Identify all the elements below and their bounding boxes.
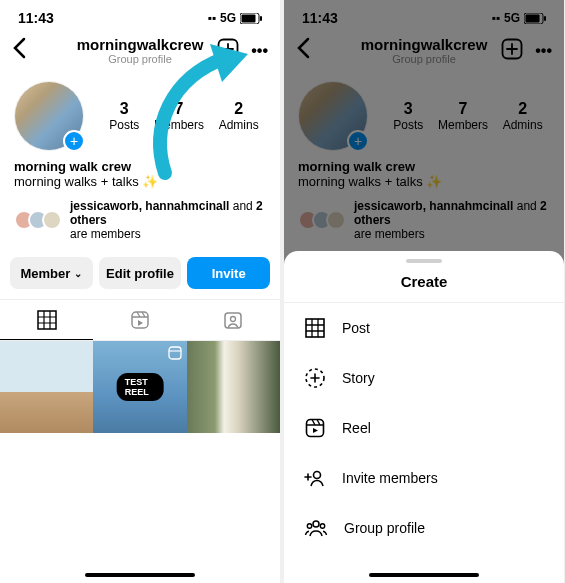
sheet-item-post[interactable]: Post	[284, 303, 564, 353]
stat-posts[interactable]: 3 Posts	[109, 100, 139, 132]
page-header: morningwalkcrew Group profile •••	[284, 32, 564, 73]
profile-subtitle: Group profile	[361, 53, 488, 65]
create-sheet: Create Post Story Reel Invite members Gr…	[284, 251, 564, 583]
member-button[interactable]: Member⌄	[10, 257, 93, 289]
page-header: morningwalkcrew Group profile •••	[0, 32, 280, 73]
story-icon	[304, 367, 326, 389]
profile-title: morningwalkcrew	[361, 36, 488, 53]
add-story-icon[interactable]: +	[63, 130, 85, 152]
create-button[interactable]	[217, 38, 239, 64]
profile-title: morningwalkcrew	[77, 36, 204, 53]
post-thumb-3[interactable]	[187, 341, 280, 433]
svg-rect-10	[526, 14, 540, 22]
tab-tagged[interactable]	[187, 300, 280, 340]
stat-admins[interactable]: 2Admins	[503, 100, 543, 132]
content-tabs	[0, 299, 280, 341]
post-thumb-2[interactable]: TEST REEL	[93, 341, 186, 433]
bio: morning walk crew morning walks + talks …	[284, 155, 564, 193]
battery-icon	[240, 13, 262, 24]
members-row[interactable]: jessicaworb, hannahmcinall and 2 others …	[0, 193, 280, 247]
svg-rect-19	[307, 420, 324, 437]
post-grid: TEST REEL	[0, 341, 280, 433]
tab-grid[interactable]	[0, 300, 93, 340]
edit-profile-button[interactable]: Edit profile	[99, 257, 182, 289]
reel-badge: TEST REEL	[117, 373, 164, 401]
time: 11:43	[18, 10, 54, 26]
svg-rect-1	[242, 14, 256, 22]
reel-icon	[304, 417, 326, 439]
reels-icon	[130, 310, 150, 330]
svg-rect-5	[132, 312, 148, 328]
sheet-item-invite[interactable]: Invite members	[284, 453, 564, 503]
bio-name: morning walk crew	[14, 159, 266, 174]
member-avatars	[14, 210, 62, 230]
svg-rect-17	[306, 319, 324, 337]
svg-rect-2	[260, 16, 262, 21]
members-text: jessicaworb, hannahmcinall and 2 others …	[70, 199, 266, 241]
stat-members[interactable]: 7Members	[438, 100, 488, 132]
tagged-icon	[223, 310, 243, 330]
phone-screen-right: 11:43 ▪▪ 5G morningwalkcrew Group profil…	[284, 0, 564, 583]
battery-icon	[524, 13, 546, 24]
profile-subtitle: Group profile	[77, 53, 204, 65]
stat-posts[interactable]: 3Posts	[393, 100, 423, 132]
more-button[interactable]: •••	[251, 42, 268, 60]
invite-button[interactable]: Invite	[187, 257, 270, 289]
reel-corner-icon	[168, 346, 182, 364]
home-indicator[interactable]	[369, 573, 479, 577]
tab-reels[interactable]	[93, 300, 186, 340]
sheet-item-reel[interactable]: Reel	[284, 403, 564, 453]
status-bar: 11:43 ▪▪ 5G	[0, 0, 280, 32]
svg-point-21	[313, 521, 319, 527]
signal-icon: ▪▪	[491, 11, 500, 25]
sheet-title: Create	[284, 273, 564, 303]
svg-rect-6	[225, 313, 241, 328]
status-right: ▪▪ 5G	[491, 11, 546, 25]
stat-admins[interactable]: 2 Admins	[219, 100, 259, 132]
svg-rect-8	[169, 347, 181, 359]
home-indicator[interactable]	[85, 573, 195, 577]
action-buttons: Member⌄ Edit profile Invite	[0, 247, 280, 299]
status-bar: 11:43 ▪▪ 5G	[284, 0, 564, 32]
svg-rect-4	[38, 311, 56, 329]
profile-row: + 3Posts 7Members 2Admins	[284, 73, 564, 155]
group-icon	[304, 517, 328, 539]
svg-point-7	[231, 317, 236, 322]
avatar[interactable]: +	[298, 81, 368, 151]
more-button[interactable]: •••	[535, 42, 552, 60]
grid-icon	[304, 317, 326, 339]
create-button[interactable]	[501, 38, 523, 64]
back-button[interactable]	[296, 37, 310, 65]
sheet-item-group[interactable]: Group profile	[284, 503, 564, 553]
time: 11:43	[302, 10, 338, 26]
svg-rect-11	[544, 16, 546, 21]
grid-icon	[37, 310, 57, 330]
members-row[interactable]: jessicaworb, hannahmcinall and 2 others …	[284, 193, 564, 247]
avatar[interactable]: +	[14, 81, 84, 151]
bio-text: morning walks + talks ✨	[14, 174, 266, 189]
svg-point-20	[314, 472, 321, 479]
status-right: ▪▪ 5G	[207, 11, 262, 25]
back-button[interactable]	[12, 37, 26, 65]
svg-point-23	[320, 524, 324, 528]
bio: morning walk crew morning walks + talks …	[0, 155, 280, 193]
invite-icon	[304, 467, 326, 489]
svg-point-22	[307, 524, 311, 528]
post-thumb-1[interactable]	[0, 341, 93, 433]
profile-row: + 3 Posts 7 Members 2 Admins	[0, 73, 280, 155]
add-story-icon[interactable]: +	[347, 130, 369, 152]
sheet-handle[interactable]	[406, 259, 442, 263]
phone-screen-left: 11:43 ▪▪ 5G morningwalkcrew Group profil…	[0, 0, 280, 583]
signal-icon: ▪▪	[207, 11, 216, 25]
stat-members[interactable]: 7 Members	[154, 100, 204, 132]
sheet-item-story[interactable]: Story	[284, 353, 564, 403]
